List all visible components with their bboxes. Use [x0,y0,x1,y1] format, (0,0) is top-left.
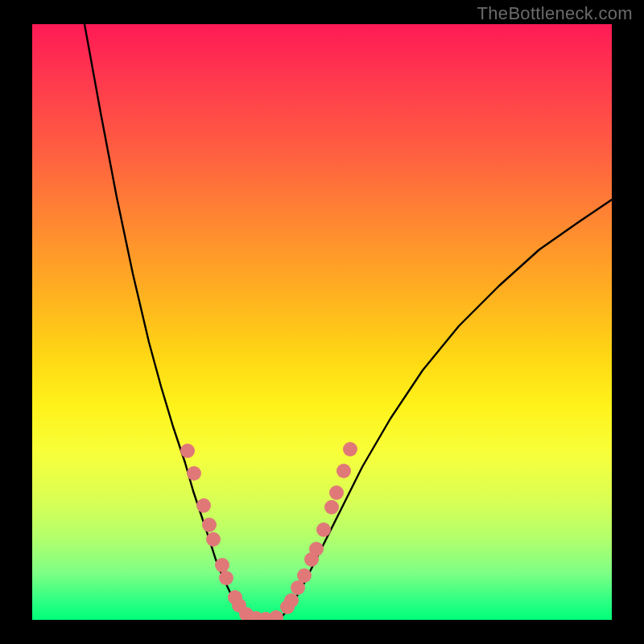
marker-dot [269,610,283,620]
marker-dot [206,532,221,547]
bottleneck-curve [85,24,612,620]
marker-dot [187,466,201,481]
watermark-text: TheBottleneck.com [477,3,633,24]
curve-line [85,24,612,620]
marker-dot [309,542,324,556]
chart-frame: TheBottleneck.com [0,0,644,644]
marker-dot [202,518,217,532]
marker-dot [196,498,211,513]
marker-dot [215,558,229,572]
marker-dot [324,500,339,514]
marker-dot [297,568,312,583]
marker-dot [329,485,344,500]
marker-dot [336,464,351,478]
plot-area [32,24,612,620]
marker-dot [316,522,331,537]
marker-dot [284,593,299,608]
marker-dot [180,444,195,458]
marker-dot [343,442,357,456]
marker-dot [219,571,233,585]
chart-svg [32,24,612,620]
